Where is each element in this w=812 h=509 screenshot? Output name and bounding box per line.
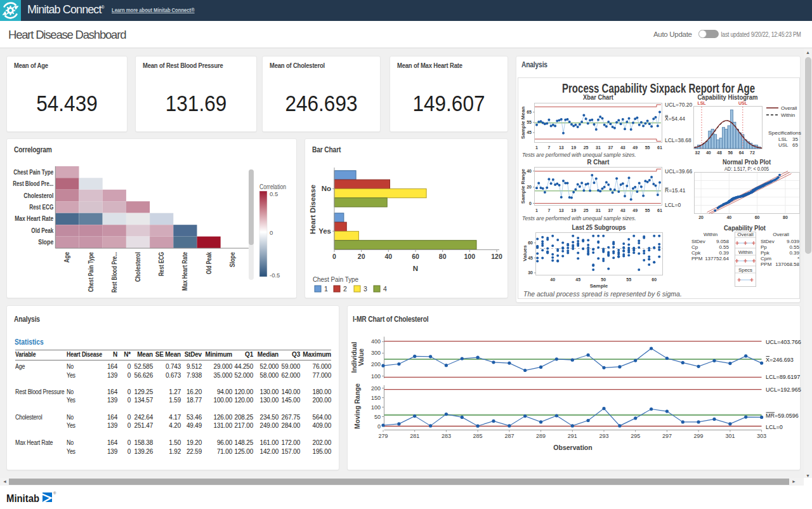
svg-text:LCL=0: LCL=0 — [665, 202, 681, 208]
svg-text:Slope: Slope — [228, 252, 236, 267]
svg-text:Sample Range: Sample Range — [520, 168, 526, 204]
svg-text:Max Heart Rate: Max Heart Rate — [15, 215, 53, 222]
svg-text:80: 80 — [783, 215, 788, 220]
svg-text:43: 43 — [620, 145, 625, 150]
svg-text:Xbar Chart: Xbar Chart — [583, 93, 613, 101]
svg-text:Sample: Sample — [590, 283, 608, 289]
svg-text:281: 281 — [410, 433, 419, 439]
svg-text:9.039: 9.039 — [787, 239, 800, 244]
svg-text:Pp: Pp — [761, 244, 767, 250]
svg-text:Cholesterol: Cholesterol — [134, 252, 141, 282]
svg-text:19: 19 — [571, 208, 576, 213]
svg-text:287: 287 — [504, 433, 514, 439]
svg-text:293: 293 — [599, 433, 608, 439]
svg-text:65: 65 — [792, 142, 798, 148]
svg-text:0.55: 0.55 — [719, 244, 729, 250]
svg-text:40: 40 — [706, 150, 711, 155]
svg-text:13: 13 — [559, 208, 564, 213]
svg-text:LCL=89.6197: LCL=89.6197 — [766, 374, 800, 380]
svg-text:80: 80 — [439, 253, 447, 260]
svg-text:MR=59.0596: MR=59.0596 — [766, 413, 799, 419]
svg-text:Cholesterol: Cholesterol — [23, 192, 53, 199]
svg-text:60: 60 — [652, 277, 657, 282]
svg-text:PPM: PPM — [761, 261, 772, 267]
svg-text:Slope: Slope — [38, 238, 53, 246]
svg-text:0: 0 — [529, 201, 532, 206]
svg-text:Age: Age — [63, 252, 70, 263]
svg-text:Last 25 Subgroups: Last 25 Subgroups — [572, 223, 626, 231]
svg-text:30: 30 — [528, 270, 533, 275]
svg-text:49: 49 — [632, 208, 638, 213]
svg-text:Chest Pain Type: Chest Pain Type — [313, 275, 358, 283]
svg-text:Cpm: Cpm — [761, 256, 771, 261]
svg-text:285: 285 — [473, 433, 483, 439]
svg-text:40: 40 — [550, 277, 555, 282]
svg-text:37: 37 — [608, 208, 613, 213]
svg-text:0.55: 0.55 — [789, 244, 799, 250]
svg-text:-0.5: -0.5 — [270, 272, 280, 279]
svg-text:USL: USL — [778, 142, 789, 148]
svg-text:60: 60 — [755, 215, 760, 220]
svg-text:303: 303 — [757, 433, 766, 439]
svg-text:45: 45 — [527, 130, 532, 135]
svg-text:40: 40 — [726, 215, 731, 220]
svg-text:49: 49 — [632, 145, 638, 150]
svg-text:Specifications: Specifications — [768, 130, 801, 136]
svg-text:Old Peak: Old Peak — [205, 252, 213, 274]
svg-text:48: 48 — [717, 150, 722, 155]
svg-text:25: 25 — [584, 208, 589, 213]
svg-text:64: 64 — [739, 150, 744, 155]
svg-text:AD: 1.517, P: < 0.005: AD: 1.517, P: < 0.005 — [724, 166, 769, 172]
svg-text:20: 20 — [527, 185, 532, 189]
svg-text:Cp: Cp — [691, 244, 698, 250]
svg-text:LCL=0: LCL=0 — [766, 424, 783, 430]
svg-text:Rest Blood Pre...: Rest Blood Pre... — [13, 180, 53, 187]
svg-text:Tests are performed with unequ: Tests are performed with unequal sample … — [522, 152, 636, 158]
svg-text:Capability Histogram: Capability Histogram — [698, 93, 758, 101]
svg-text:Max Heart Rate: Max Heart Rate — [181, 252, 188, 291]
svg-text:45: 45 — [575, 277, 580, 282]
svg-text:UCL=70.20: UCL=70.20 — [665, 102, 693, 108]
svg-text:1: 1 — [324, 285, 328, 293]
svg-text:120: 120 — [491, 253, 502, 260]
svg-text:Chest Pain Type: Chest Pain Type — [87, 252, 95, 292]
svg-text:289: 289 — [536, 433, 546, 439]
svg-text:301: 301 — [725, 433, 735, 439]
svg-text:40: 40 — [527, 169, 532, 173]
svg-text:Normal Prob Plot: Normal Prob Plot — [723, 158, 771, 166]
svg-text:55: 55 — [645, 145, 650, 150]
svg-text:283: 283 — [442, 433, 451, 439]
svg-text:2: 2 — [343, 285, 347, 293]
svg-text:Chest Pain Type: Chest Pain Type — [13, 168, 53, 176]
svg-text:60: 60 — [528, 241, 533, 245]
svg-text:31: 31 — [596, 145, 601, 150]
svg-text:UCL=192.965: UCL=192.965 — [766, 387, 801, 393]
svg-text:Moving Range: Moving Range — [353, 383, 361, 429]
svg-text:Within: Within — [781, 112, 795, 118]
svg-text:295: 295 — [631, 433, 640, 439]
svg-text:UCL=403.766: UCL=403.766 — [766, 339, 801, 345]
svg-text:0.39: 0.39 — [789, 250, 799, 256]
svg-text:Observation: Observation — [553, 444, 592, 451]
svg-text:297: 297 — [662, 433, 672, 439]
svg-text:0.39: 0.39 — [719, 250, 729, 256]
svg-text:72: 72 — [750, 150, 755, 155]
svg-text:137068.58: 137068.58 — [775, 261, 799, 267]
svg-text:PPM: PPM — [691, 256, 703, 261]
svg-text:31: 31 — [596, 208, 601, 213]
svg-text:7: 7 — [547, 145, 550, 150]
svg-text:1: 1 — [535, 208, 538, 213]
svg-text:UCL=39.66: UCL=39.66 — [665, 168, 693, 175]
svg-text:0.5: 0.5 — [270, 190, 278, 197]
svg-text:0: 0 — [332, 253, 336, 260]
svg-text:50: 50 — [601, 277, 606, 282]
svg-text:Within: Within — [704, 232, 717, 237]
svg-text:20: 20 — [358, 253, 365, 260]
svg-text:Yes: Yes — [318, 227, 331, 235]
svg-text:0: 0 — [377, 423, 381, 430]
svg-text:55: 55 — [645, 208, 650, 213]
svg-text:13: 13 — [559, 145, 564, 150]
svg-text:®: ® — [53, 491, 56, 495]
svg-text:400: 400 — [371, 338, 381, 345]
svg-text:40: 40 — [384, 253, 392, 260]
